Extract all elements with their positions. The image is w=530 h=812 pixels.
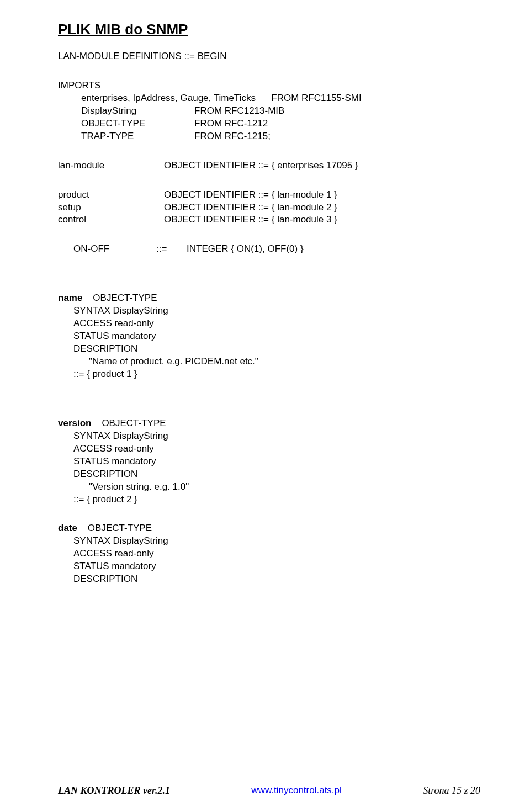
date-object-header: date OBJECT-TYPE xyxy=(58,522,480,535)
setup-id-name: setup xyxy=(58,201,164,214)
product-id-def: OBJECT IDENTIFIER ::= { lan-module 1 } xyxy=(164,189,480,201)
page-footer: LAN KONTROLER ver.2.1 www.tinycontrol.at… xyxy=(0,785,530,797)
footer-link[interactable]: www.tinycontrol.ats.pl xyxy=(251,785,341,797)
name-description-label: DESCRIPTION xyxy=(73,343,480,355)
imports-enterprises-from: FROM RFC1155-SMI xyxy=(271,93,361,103)
control-id-row: control OBJECT IDENTIFIER ::= { lan-modu… xyxy=(58,214,480,226)
control-id-name: control xyxy=(58,214,164,226)
imports-traptype-from: FROM RFC-1215; xyxy=(194,130,480,143)
on-off-def: INTEGER { ON(1), OFF(0) } xyxy=(187,243,480,256)
date-syntax: SYNTAX DisplayString xyxy=(73,535,480,548)
imports-displaystring-from: FROM RFC1213-MIB xyxy=(194,105,480,118)
definitions-line: LAN-MODULE DEFINITIONS ::= BEGIN xyxy=(58,50,480,63)
version-syntax: SYNTAX DisplayString xyxy=(73,430,480,443)
on-off-op: ::= xyxy=(156,243,187,256)
imports-enterprises-list: enterprises, IpAddress, Gauge, TimeTicks xyxy=(81,93,256,103)
version-object-header: version OBJECT-TYPE xyxy=(58,417,480,430)
imports-objecttype-row: OBJECT-TYPE FROM RFC-1212 xyxy=(81,118,480,130)
on-off-row: ON-OFF ::= INTEGER { ON(1), OFF(0) } xyxy=(73,243,480,256)
setup-id-row: setup OBJECT IDENTIFIER ::= { lan-module… xyxy=(58,201,480,214)
version-description-label: DESCRIPTION xyxy=(73,468,480,481)
imports-objecttype-from: FROM RFC-1212 xyxy=(194,118,480,130)
name-object-header: name OBJECT-TYPE xyxy=(58,292,480,305)
version-access: ACCESS read-only xyxy=(73,443,480,455)
version-assign: ::= { product 2 } xyxy=(73,493,480,506)
imports-traptype-row: TRAP-TYPE FROM RFC-1215; xyxy=(81,130,480,143)
lan-module-name: lan-module xyxy=(58,160,164,172)
lan-module-row: lan-module OBJECT IDENTIFIER ::= { enter… xyxy=(58,160,480,172)
name-assign: ::= { product 1 } xyxy=(73,368,480,381)
date-description-label: DESCRIPTION xyxy=(73,573,480,586)
setup-id-def: OBJECT IDENTIFIER ::= { lan-module 2 } xyxy=(164,201,480,214)
name-status: STATUS mandatory xyxy=(73,330,480,343)
version-description-text: "Version string. e.g. 1.0" xyxy=(73,481,480,493)
date-access: ACCESS read-only xyxy=(73,548,480,560)
on-off-name: ON-OFF xyxy=(73,243,156,256)
version-status: STATUS mandatory xyxy=(73,455,480,468)
footer-left: LAN KONTROLER ver.2.1 xyxy=(58,785,170,797)
name-syntax: SYNTAX DisplayString xyxy=(73,305,480,317)
document-page: PLIK MIB do SNMP LAN-MODULE DEFINITIONS … xyxy=(0,0,530,812)
product-id-row: product OBJECT IDENTIFIER ::= { lan-modu… xyxy=(58,189,480,201)
name-description-text: "Name of product. e.g. PICDEM.net etc." xyxy=(73,355,480,368)
name-access: ACCESS read-only xyxy=(73,317,480,330)
footer-page-number: Strona 15 z 20 xyxy=(423,785,480,797)
date-status: STATUS mandatory xyxy=(73,560,480,573)
page-title: PLIK MIB do SNMP xyxy=(58,21,480,38)
imports-displaystring: DisplayString xyxy=(81,105,194,118)
imports-label: IMPORTS xyxy=(58,79,480,92)
imports-enterprises: enterprises, IpAddress, Gauge, TimeTicks… xyxy=(81,92,480,105)
imports-objecttype: OBJECT-TYPE xyxy=(81,118,194,130)
imports-displaystring-row: DisplayString FROM RFC1213-MIB xyxy=(81,105,480,118)
control-id-def: OBJECT IDENTIFIER ::= { lan-module 3 } xyxy=(164,214,480,226)
imports-traptype: TRAP-TYPE xyxy=(81,130,194,143)
lan-module-def: OBJECT IDENTIFIER ::= { enterprises 1709… xyxy=(164,160,480,172)
product-id-name: product xyxy=(58,189,164,201)
